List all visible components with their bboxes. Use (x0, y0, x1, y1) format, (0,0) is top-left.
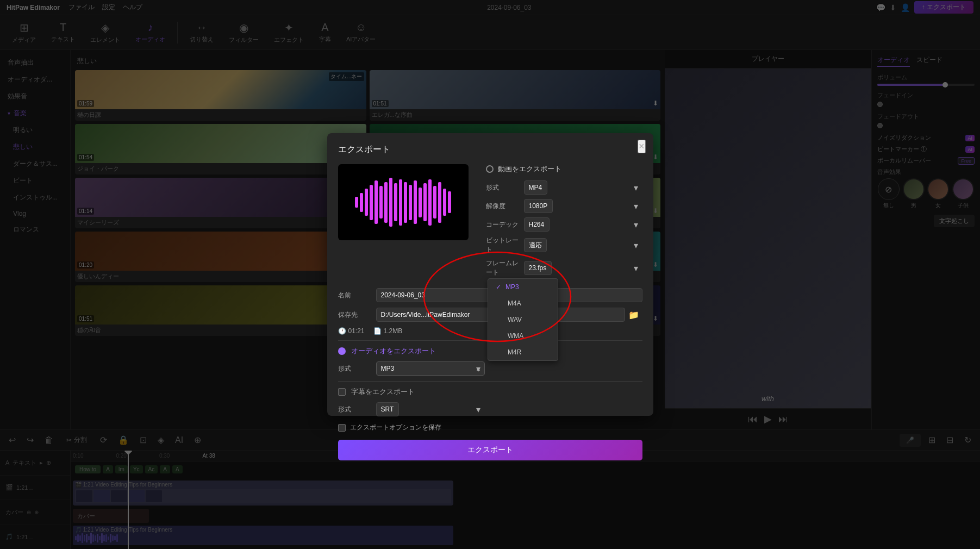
video-export-label: 動画をエクスポート (498, 164, 561, 174)
dropdown-m4a[interactable]: M4A (488, 295, 558, 311)
folder-btn[interactable]: 📁 (625, 309, 642, 321)
export-submit-btn[interactable]: エクスポート (338, 440, 642, 460)
dropdown-wav[interactable]: WAV (488, 311, 558, 328)
video-bitrate-label: ビットレート (486, 236, 524, 254)
bar-14 (419, 188, 422, 217)
audio-format-row: 形式 MP3 ▴ (338, 361, 642, 376)
filesize-display: 📄 1.2MB (373, 327, 403, 335)
bar-12 (409, 185, 412, 220)
video-codec-label: コーデック (486, 220, 524, 229)
bar-9 (394, 183, 397, 221)
dropdown-arrow-icon: ▴ (477, 365, 480, 372)
bar-20 (448, 191, 451, 213)
subtitle-format-wrapper: SRT (376, 402, 485, 416)
audio-format-dropdown: ✓ MP3 M4A WAV WMA M4R (488, 278, 558, 361)
modal-overlay: エクスポート × (0, 0, 980, 549)
audio-format-wrapper: MP3 ▴ (376, 361, 485, 376)
bar-16 (428, 179, 432, 226)
dropdown-m4r[interactable]: M4R (488, 344, 558, 360)
bar-17 (433, 186, 436, 219)
subtitle-export-label: 字幕をエクスポート (351, 387, 415, 397)
subtitle-export-header: 字幕をエクスポート (338, 387, 642, 397)
dropdown-wma[interactable]: WMA (488, 328, 558, 344)
modal-top-section: 動画をエクスポート 形式 MP4 解像度 1080P (338, 164, 642, 282)
video-format-label: 形式 (486, 183, 524, 192)
file-icon: 📄 (373, 327, 382, 335)
bar-5 (374, 180, 378, 224)
bar-8 (389, 178, 392, 227)
bar-1 (355, 197, 358, 208)
subtitle-format-row: 形式 SRT (338, 402, 642, 416)
video-framerate-row: フレームレート 23.fps (486, 259, 642, 277)
video-codec-select[interactable]: H264 (524, 217, 550, 232)
video-bitrate-select-wrapper: 適応 (524, 238, 642, 252)
video-resolution-label: 解像度 (486, 202, 524, 211)
bar-10 (399, 179, 402, 226)
modal-close-btn[interactable]: × (638, 140, 646, 153)
bar-18 (438, 182, 441, 223)
subtitle-format-label: 形式 (338, 405, 376, 414)
m4a-label: M4A (508, 300, 521, 307)
subtitle-checkbox[interactable] (338, 388, 346, 396)
dropdown-mp3[interactable]: ✓ MP3 (488, 279, 558, 295)
video-codec-row: コーデック H264 (486, 217, 642, 232)
video-export-section: 動画をエクスポート 形式 MP4 解像度 1080P (486, 164, 642, 282)
bar-2 (360, 193, 363, 212)
video-format-row: 形式 MP4 (486, 180, 642, 195)
audio-format-selector[interactable]: MP3 ▴ (376, 361, 485, 376)
video-export-radio-row: 動画をエクスポート (486, 164, 642, 174)
bar-13 (414, 180, 417, 224)
audio-waveform-preview (338, 164, 469, 240)
video-framerate-select[interactable]: 23.fps (524, 261, 552, 275)
save-options-row: エクスポートオプションを保存 (338, 423, 642, 432)
video-radio[interactable] (486, 165, 494, 173)
clock-icon: 🕐 (338, 327, 346, 335)
duration-value: 01:21 (348, 327, 365, 335)
video-bitrate-row: ビットレート 適応 (486, 236, 642, 254)
video-framerate-select-wrapper: 23.fps (524, 261, 642, 275)
video-format-select[interactable]: MP4 (524, 180, 547, 195)
video-resolution-row: 解像度 1080P (486, 199, 642, 213)
video-resolution-select[interactable]: 1080P (524, 199, 553, 213)
video-resolution-select-wrapper: 1080P (524, 199, 642, 213)
checkmark-icon: ✓ (496, 283, 501, 291)
export-modal: エクスポート × (327, 133, 653, 416)
wma-label: WMA (508, 332, 523, 340)
bar-15 (423, 183, 427, 221)
video-bitrate-select[interactable]: 適応 (524, 238, 547, 252)
video-codec-select-wrapper: H264 (524, 217, 642, 232)
save-options-checkbox[interactable] (338, 424, 346, 432)
bar-19 (443, 189, 446, 216)
save-options-label: エクスポートオプションを保存 (350, 423, 441, 432)
bar-11 (404, 182, 407, 223)
video-format-select-wrapper: MP4 (524, 180, 642, 195)
m4r-label: M4R (508, 348, 521, 356)
savepath-label: 保存先 (338, 310, 376, 320)
filename-label: 名前 (338, 291, 376, 300)
wav-label: WAV (508, 316, 522, 323)
bar-4 (370, 185, 373, 220)
filesize-value: 1.2MB (384, 327, 403, 335)
subtitle-format-select[interactable]: SRT (376, 402, 399, 416)
video-framerate-label: フレームレート (486, 259, 524, 277)
audio-export-label: オーディオをエクスポート (351, 346, 436, 356)
bar-7 (384, 182, 388, 223)
duration-display: 🕐 01:21 (338, 327, 365, 335)
mp3-label: MP3 (505, 283, 519, 291)
audio-format-value: MP3 (381, 365, 395, 372)
audio-format-label: 形式 (338, 364, 376, 373)
audio-export-radio[interactable] (338, 347, 346, 355)
waveform-bars (355, 175, 451, 229)
subtitle-section-divider (338, 381, 642, 382)
modal-title: エクスポート (338, 144, 642, 155)
modal-preview (338, 164, 469, 240)
bar-3 (365, 189, 368, 216)
bar-6 (379, 186, 383, 219)
